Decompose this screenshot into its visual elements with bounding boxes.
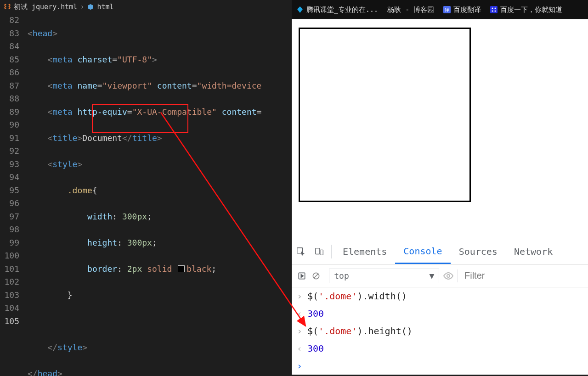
svg-text:译: 译 — [445, 7, 449, 12]
browser-tab[interactable]: 译 百度翻译 — [439, 0, 486, 19]
browser-tabs[interactable]: 腾讯课堂_专业的在... 杨耿 - 博客园 译 百度翻译 百度一下，你就知道 — [292, 0, 588, 19]
console-prompt-row[interactable]: › — [292, 357, 588, 375]
chevron-right-icon: › — [295, 325, 304, 337]
svg-point-3 — [492, 8, 493, 9]
inspect-icon[interactable] — [292, 247, 310, 257]
console-output[interactable]: › $('.dome').width() ‹ 300 › $('.dome').… — [292, 287, 588, 375]
svg-rect-8 — [316, 248, 320, 254]
browser-tab[interactable]: 杨耿 - 博客园 — [383, 0, 439, 19]
code-text[interactable]: <head> <meta charset="UTF-8"> <meta name… — [28, 14, 292, 376]
chevron-right-icon: › — [295, 291, 304, 302]
devtools-tabs[interactable]: Elements Console Sources Network — [292, 239, 588, 264]
tab-label: 百度一下，你就知道 — [500, 6, 562, 14]
console-input-row: › $('.dome').width() — [292, 287, 588, 305]
tab-console[interactable]: Console — [395, 239, 450, 264]
chevron-left-icon: ‹ — [295, 308, 304, 319]
tab-label: 百度翻译 — [453, 6, 481, 14]
svg-line-12 — [314, 274, 318, 277]
console-output-row: ‹ 300 — [292, 340, 588, 357]
breadcrumb-file[interactable]: 初试 jquery.html — [14, 3, 77, 11]
console-input-row: › $('.dome').height() — [292, 322, 588, 340]
svg-point-13 — [447, 275, 450, 277]
file-icon — [4, 3, 11, 11]
gutter: 8283848586878889909192939495969798991001… — [0, 14, 28, 376]
chevron-right-icon: › — [295, 360, 304, 371]
svg-point-6 — [495, 11, 496, 12]
console-toolbar: top ▼ — [292, 264, 588, 287]
eye-icon[interactable] — [443, 269, 454, 283]
svg-rect-9 — [320, 250, 323, 255]
browser-pane: 腾讯课堂_专业的在... 杨耿 - 博客园 译 百度翻译 百度一下，你就知道 E… — [292, 0, 588, 376]
svg-point-4 — [495, 8, 496, 9]
breadcrumb-node[interactable]: html — [97, 3, 113, 11]
play-icon[interactable] — [296, 269, 307, 283]
code-editor[interactable]: 8283848586878889909192939495969798991001… — [0, 14, 292, 376]
tab-elements[interactable]: Elements — [334, 239, 395, 264]
chevron-down-icon: ▼ — [429, 271, 434, 281]
filter-input[interactable] — [462, 269, 583, 283]
svg-rect-2 — [490, 6, 498, 13]
baidu-icon — [490, 6, 498, 13]
device-icon[interactable] — [310, 247, 328, 257]
cube-icon — [87, 3, 94, 11]
page-viewport — [292, 19, 588, 239]
svg-point-5 — [492, 11, 493, 12]
context-select[interactable]: top ▼ — [329, 269, 439, 283]
tab-network[interactable]: Network — [506, 239, 561, 264]
diamond-icon — [296, 6, 304, 13]
browser-tab[interactable]: 腾讯课堂_专业的在... — [292, 0, 383, 19]
browser-tab[interactable]: 百度一下，你就知道 — [486, 0, 567, 19]
color-swatch-icon[interactable] — [178, 265, 185, 272]
dome-box — [299, 28, 471, 202]
breadcrumb[interactable]: 初试 jquery.html › html — [0, 0, 292, 14]
chevron-right-icon: › — [80, 3, 84, 11]
clear-icon[interactable] — [311, 269, 321, 283]
chevron-left-icon: ‹ — [295, 343, 304, 354]
translate-icon: 译 — [443, 6, 451, 13]
tab-sources[interactable]: Sources — [451, 239, 506, 264]
editor-pane: 初试 jquery.html › html 828384858687888990… — [0, 0, 292, 376]
tab-label: 杨耿 - 博客园 — [387, 6, 434, 14]
console-output-row: ‹ 300 — [292, 305, 588, 322]
tab-label: 腾讯课堂_专业的在... — [306, 6, 378, 14]
